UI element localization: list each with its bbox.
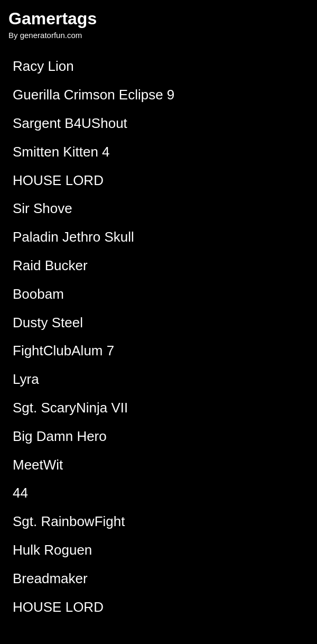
list-item: 44 (8, 479, 309, 508)
list-item: MeetWit (8, 451, 309, 480)
page-title: Gamertags (8, 8, 309, 29)
list-item: Breadmaker (8, 565, 309, 593)
list-item: Sir Shove (8, 195, 309, 223)
list-item: Sgt. RainbowFight (8, 508, 309, 536)
list-item: Paladin Jethro Skull (8, 223, 309, 252)
list-item: Lyra (8, 365, 309, 394)
list-item: Boobam (8, 280, 309, 309)
gamertag-list: Racy LionGuerilla Crimson Eclipse 9Sarge… (8, 52, 309, 621)
list-item: Racy Lion (8, 52, 309, 81)
list-item: FightClubAlum 7 (8, 337, 309, 365)
list-item: Smitten Kitten 4 (8, 138, 309, 167)
list-item: Sargent B4UShout (8, 109, 309, 138)
list-item: HOUSE LORD (8, 167, 309, 195)
list-item: Sgt. ScaryNinja VII (8, 394, 309, 422)
list-item: Dusty Steel (8, 309, 309, 337)
list-item: Big Damn Hero (8, 422, 309, 451)
list-item: Hulk Roguen (8, 536, 309, 565)
list-item: Raid Bucker (8, 252, 309, 280)
subtitle: By generatorfun.com (8, 31, 309, 40)
list-item: Guerilla Crimson Eclipse 9 (8, 81, 309, 109)
list-item: HOUSE LORD (8, 593, 309, 622)
